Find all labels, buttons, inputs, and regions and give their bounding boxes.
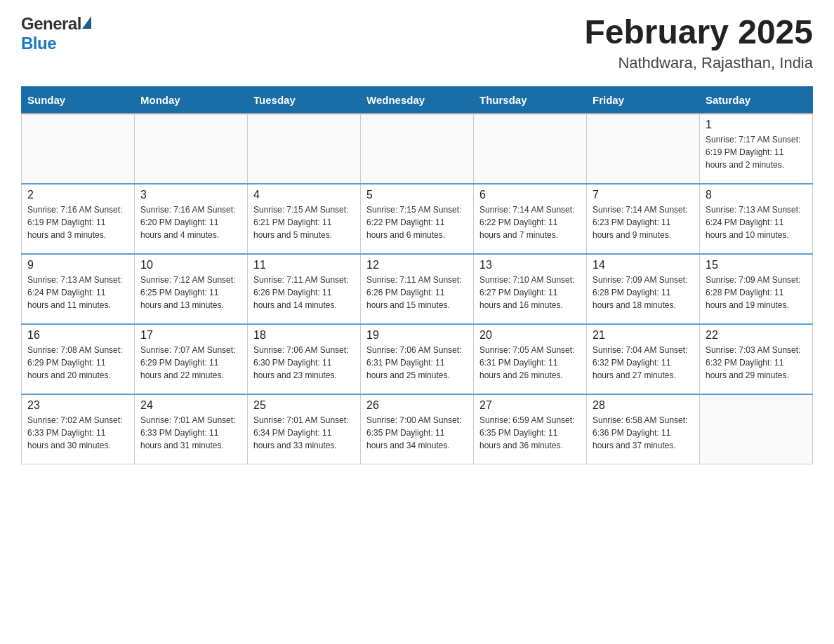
calendar-week-row: 16Sunrise: 7:08 AM Sunset: 6:29 PM Dayli…: [22, 324, 813, 394]
day-info: Sunrise: 7:09 AM Sunset: 6:28 PM Dayligh…: [706, 274, 807, 311]
calendar-day-cell: 27Sunrise: 6:59 AM Sunset: 6:35 PM Dayli…: [474, 394, 587, 464]
day-info: Sunrise: 7:03 AM Sunset: 6:32 PM Dayligh…: [706, 344, 807, 382]
day-number: 2: [27, 189, 128, 201]
day-info: Sunrise: 7:15 AM Sunset: 6:22 PM Dayligh…: [366, 203, 468, 241]
day-header-thursday: Thursday: [474, 86, 587, 114]
day-number: 9: [27, 259, 128, 271]
calendar-day-cell: 22Sunrise: 7:03 AM Sunset: 6:32 PM Dayli…: [700, 324, 813, 394]
calendar-week-row: 23Sunrise: 7:02 AM Sunset: 6:33 PM Dayli…: [22, 394, 813, 464]
calendar-day-cell: 7Sunrise: 7:14 AM Sunset: 6:23 PM Daylig…: [587, 184, 700, 254]
day-number: 27: [479, 399, 581, 412]
calendar-day-cell: 13Sunrise: 7:10 AM Sunset: 6:27 PM Dayli…: [474, 254, 587, 324]
calendar-day-cell: [361, 114, 474, 184]
title-section: February 2025 Nathdwara, Rajasthan, Indi…: [584, 14, 813, 72]
day-number: 24: [140, 399, 241, 412]
calendar-day-cell: 18Sunrise: 7:06 AM Sunset: 6:30 PM Dayli…: [248, 324, 361, 394]
calendar-day-cell: 19Sunrise: 7:06 AM Sunset: 6:31 PM Dayli…: [361, 324, 474, 394]
calendar-table: SundayMondayTuesdayWednesdayThursdayFrid…: [21, 86, 813, 465]
day-info: Sunrise: 7:08 AM Sunset: 6:29 PM Dayligh…: [27, 344, 128, 382]
day-info: Sunrise: 7:00 AM Sunset: 6:35 PM Dayligh…: [366, 414, 468, 452]
calendar-week-row: 1Sunrise: 7:17 AM Sunset: 6:19 PM Daylig…: [22, 114, 813, 184]
day-number: 3: [140, 189, 241, 201]
day-number: 19: [366, 329, 468, 342]
day-header-tuesday: Tuesday: [248, 86, 361, 114]
day-number: 1: [706, 119, 807, 131]
day-number: 7: [593, 189, 694, 201]
day-number: 16: [27, 329, 128, 342]
day-number: 26: [366, 399, 468, 412]
calendar-day-cell: [474, 114, 587, 184]
calendar-day-cell: [135, 114, 248, 184]
day-number: 13: [479, 259, 581, 271]
day-number: 21: [593, 329, 694, 342]
calendar-day-cell: 20Sunrise: 7:05 AM Sunset: 6:31 PM Dayli…: [474, 324, 587, 394]
calendar-day-cell: [248, 114, 361, 184]
day-number: 14: [593, 259, 694, 271]
calendar-day-cell: 25Sunrise: 7:01 AM Sunset: 6:34 PM Dayli…: [248, 394, 361, 464]
day-header-wednesday: Wednesday: [361, 86, 474, 114]
day-number: 25: [253, 399, 355, 412]
calendar-day-cell: 23Sunrise: 7:02 AM Sunset: 6:33 PM Dayli…: [22, 394, 135, 464]
day-header-friday: Friday: [587, 86, 700, 114]
day-info: Sunrise: 7:16 AM Sunset: 6:20 PM Dayligh…: [140, 203, 241, 241]
day-number: 6: [479, 189, 581, 201]
day-number: 4: [253, 189, 355, 201]
day-info: Sunrise: 7:01 AM Sunset: 6:34 PM Dayligh…: [253, 414, 355, 452]
day-info: Sunrise: 7:10 AM Sunset: 6:27 PM Dayligh…: [479, 274, 581, 311]
calendar-day-cell: 26Sunrise: 7:00 AM Sunset: 6:35 PM Dayli…: [361, 394, 474, 464]
logo-blue-text: Blue: [21, 34, 56, 53]
calendar-day-cell: 16Sunrise: 7:08 AM Sunset: 6:29 PM Dayli…: [22, 324, 135, 394]
logo-general-text: General: [21, 14, 81, 34]
logo-triangle-icon: [82, 16, 91, 29]
day-info: Sunrise: 7:06 AM Sunset: 6:31 PM Dayligh…: [366, 344, 468, 382]
day-number: 22: [706, 329, 807, 342]
calendar-day-cell: 5Sunrise: 7:15 AM Sunset: 6:22 PM Daylig…: [361, 184, 474, 254]
calendar-header-row: SundayMondayTuesdayWednesdayThursdayFrid…: [22, 86, 813, 114]
day-info: Sunrise: 7:11 AM Sunset: 6:26 PM Dayligh…: [366, 274, 468, 311]
calendar-week-row: 9Sunrise: 7:13 AM Sunset: 6:24 PM Daylig…: [22, 254, 813, 324]
day-info: Sunrise: 7:04 AM Sunset: 6:32 PM Dayligh…: [593, 344, 694, 382]
day-info: Sunrise: 7:14 AM Sunset: 6:22 PM Dayligh…: [479, 203, 581, 241]
day-number: 17: [140, 329, 241, 342]
day-header-sunday: Sunday: [22, 86, 135, 114]
month-title: February 2025: [584, 14, 813, 51]
day-info: Sunrise: 7:14 AM Sunset: 6:23 PM Dayligh…: [593, 203, 694, 241]
day-info: Sunrise: 7:17 AM Sunset: 6:19 PM Dayligh…: [706, 133, 807, 171]
calendar-day-cell: 24Sunrise: 7:01 AM Sunset: 6:33 PM Dayli…: [135, 394, 248, 464]
day-info: Sunrise: 7:05 AM Sunset: 6:31 PM Dayligh…: [479, 344, 581, 382]
calendar-day-cell: 1Sunrise: 7:17 AM Sunset: 6:19 PM Daylig…: [700, 114, 813, 184]
calendar-day-cell: [587, 114, 700, 184]
day-number: 18: [253, 329, 355, 342]
day-header-monday: Monday: [135, 86, 248, 114]
day-number: 10: [140, 259, 241, 271]
calendar-day-cell: 6Sunrise: 7:14 AM Sunset: 6:22 PM Daylig…: [474, 184, 587, 254]
day-number: 5: [366, 189, 468, 201]
calendar-day-cell: 17Sunrise: 7:07 AM Sunset: 6:29 PM Dayli…: [135, 324, 248, 394]
calendar-day-cell: 8Sunrise: 7:13 AM Sunset: 6:24 PM Daylig…: [700, 184, 813, 254]
day-info: Sunrise: 7:16 AM Sunset: 6:19 PM Dayligh…: [27, 203, 128, 241]
day-number: 20: [479, 329, 581, 342]
logo: General Blue: [21, 14, 91, 53]
calendar-day-cell: 12Sunrise: 7:11 AM Sunset: 6:26 PM Dayli…: [361, 254, 474, 324]
day-info: Sunrise: 6:59 AM Sunset: 6:35 PM Dayligh…: [479, 414, 581, 452]
calendar-week-row: 2Sunrise: 7:16 AM Sunset: 6:19 PM Daylig…: [22, 184, 813, 254]
calendar-day-cell: [700, 394, 813, 464]
day-info: Sunrise: 6:58 AM Sunset: 6:36 PM Dayligh…: [593, 414, 694, 452]
calendar-day-cell: 2Sunrise: 7:16 AM Sunset: 6:19 PM Daylig…: [22, 184, 135, 254]
day-number: 28: [593, 399, 694, 412]
location-title: Nathdwara, Rajasthan, India: [584, 54, 813, 72]
day-info: Sunrise: 7:02 AM Sunset: 6:33 PM Dayligh…: [27, 414, 128, 452]
day-number: 23: [27, 399, 128, 412]
day-number: 11: [253, 259, 355, 271]
calendar-day-cell: 3Sunrise: 7:16 AM Sunset: 6:20 PM Daylig…: [135, 184, 248, 254]
calendar-day-cell: 9Sunrise: 7:13 AM Sunset: 6:24 PM Daylig…: [22, 254, 135, 324]
calendar-day-cell: 28Sunrise: 6:58 AM Sunset: 6:36 PM Dayli…: [587, 394, 700, 464]
day-number: 12: [366, 259, 468, 271]
calendar-day-cell: 4Sunrise: 7:15 AM Sunset: 6:21 PM Daylig…: [248, 184, 361, 254]
day-number: 8: [706, 189, 807, 201]
day-header-saturday: Saturday: [700, 86, 813, 114]
day-number: 15: [706, 259, 807, 271]
calendar-day-cell: 11Sunrise: 7:11 AM Sunset: 6:26 PM Dayli…: [248, 254, 361, 324]
calendar-day-cell: 14Sunrise: 7:09 AM Sunset: 6:28 PM Dayli…: [587, 254, 700, 324]
calendar-day-cell: [22, 114, 135, 184]
